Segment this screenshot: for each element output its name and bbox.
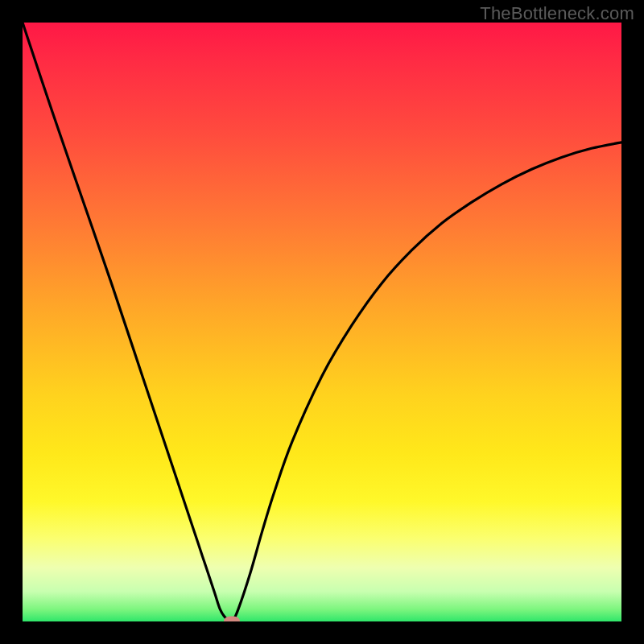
chart-frame: TheBottleneck.com [0,0,644,644]
min-marker [224,617,240,622]
plot-area [23,23,621,621]
bottleneck-curve [23,23,621,621]
watermark-text: TheBottleneck.com [480,3,634,24]
curve-svg [23,23,621,621]
